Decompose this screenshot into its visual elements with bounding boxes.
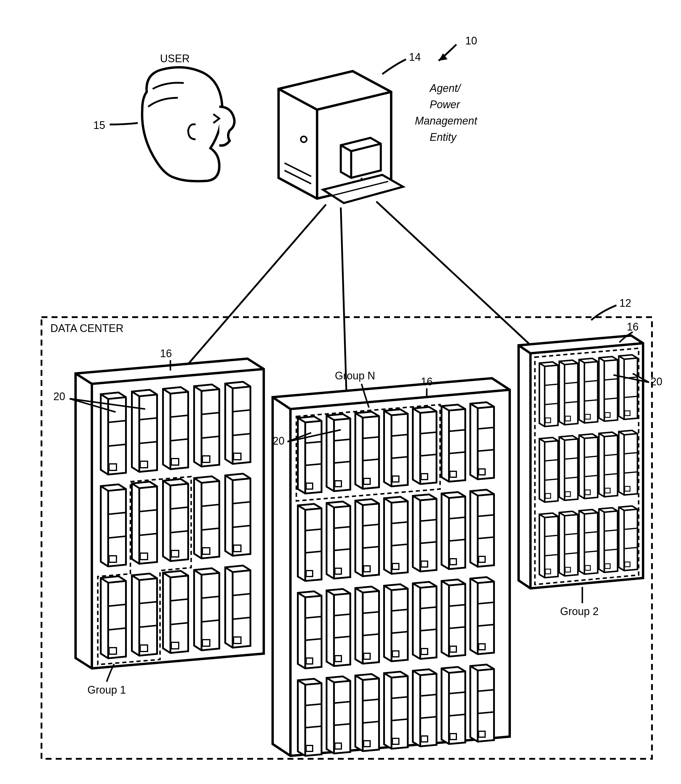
agent-label-4: Entity <box>430 131 457 143</box>
rack-2 <box>272 378 510 756</box>
connection-line <box>175 204 326 379</box>
connection-line <box>376 201 548 362</box>
user-icon <box>142 67 234 181</box>
agent-label-3: Management <box>415 115 478 127</box>
ref-20-mid: 20 <box>272 435 285 447</box>
groupn-label: Group N <box>335 370 375 382</box>
rack-3 <box>519 336 643 588</box>
user-label: USER <box>160 52 190 65</box>
rack-1 <box>76 359 264 668</box>
ref-16-right: 16 <box>627 321 638 333</box>
agent-label-2: Power <box>430 98 461 111</box>
agent-label-1: Agent/ <box>429 82 462 94</box>
datacenter-label: DATA CENTER <box>51 322 124 334</box>
group1-label: Group 1 <box>87 684 126 696</box>
server-icon <box>279 71 403 203</box>
ref-16-left: 16 <box>160 347 172 360</box>
ref-15: 15 <box>93 119 105 131</box>
ref-12: 12 <box>619 297 631 309</box>
ref-20-right: 20 <box>651 375 662 388</box>
ref-20-left: 20 <box>53 390 65 402</box>
ref-16-mid: 16 <box>421 375 433 388</box>
ref-14: 14 <box>409 51 421 63</box>
ref-10: 10 <box>465 35 477 47</box>
group2-label: Group 2 <box>560 605 599 618</box>
